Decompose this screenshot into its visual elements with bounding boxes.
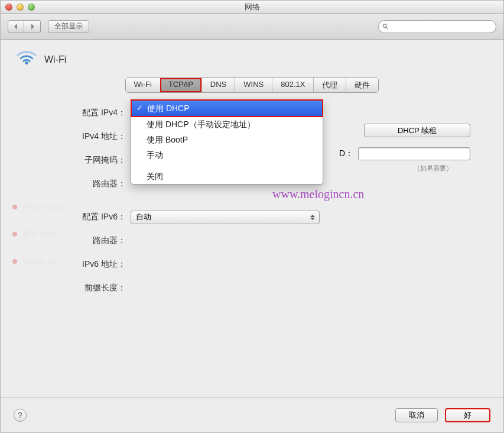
tab-proxy[interactable]: 代理 bbox=[313, 78, 346, 92]
nav-segment bbox=[8, 20, 41, 33]
show-all-label: 全部显示 bbox=[54, 21, 83, 31]
toolbar: 全部显示 bbox=[1, 14, 503, 40]
dhcp-client-id-hint: （如果需要） bbox=[414, 164, 453, 173]
forward-button[interactable] bbox=[24, 20, 41, 33]
tab-wifi[interactable]: Wi-Fi bbox=[126, 78, 160, 92]
ipv4-option-manual[interactable]: 手动 bbox=[131, 147, 323, 163]
help-icon: ? bbox=[18, 411, 22, 420]
window-title: 网络 bbox=[1, 2, 503, 12]
show-all-button[interactable]: 全部显示 bbox=[48, 20, 89, 33]
ipv4-option-use-dhcp-manual[interactable]: 使用 DHCP（手动设定地址） bbox=[131, 117, 323, 132]
dhcp-client-id-row: D： bbox=[339, 147, 470, 160]
tab-dns[interactable]: DNS bbox=[201, 78, 235, 92]
ok-button[interactable]: 好 bbox=[445, 408, 490, 422]
dhcp-client-id-label: D： bbox=[339, 148, 353, 159]
chevron-left-icon bbox=[13, 24, 19, 30]
tab-wins[interactable]: WINS bbox=[235, 78, 272, 92]
tab-hardware[interactable]: 硬件 bbox=[346, 78, 378, 92]
search-input[interactable] bbox=[391, 22, 492, 31]
ipv4-option-use-bootp[interactable]: 使用 BootP bbox=[131, 132, 323, 147]
dhcp-renew-button[interactable]: DHCP 续租 bbox=[364, 124, 470, 137]
label-subnet-mask: 子网掩码： bbox=[18, 155, 131, 166]
configure-ipv4-menu[interactable]: 使用 DHCP 使用 DHCP（手动设定地址） 使用 BootP 手动 关闭 bbox=[131, 99, 323, 185]
tab-tcpip[interactable]: TCP/IP bbox=[160, 78, 201, 92]
ok-label: 好 bbox=[464, 410, 472, 421]
help-button[interactable]: ? bbox=[14, 409, 27, 422]
dialog-button-bar: ? 取消 好 bbox=[1, 397, 503, 432]
search-field[interactable] bbox=[378, 20, 496, 33]
panel-title: Wi-Fi bbox=[44, 54, 66, 65]
svg-line-1 bbox=[386, 27, 388, 28]
label-configure-ipv4: 配置 IPv4： bbox=[18, 108, 131, 118]
chevron-updown-icon bbox=[308, 213, 317, 222]
svg-point-0 bbox=[383, 24, 386, 27]
label-ipv4-address: IPv4 地址： bbox=[18, 131, 131, 142]
dhcp-client-id-input[interactable] bbox=[358, 147, 470, 160]
chevron-right-icon bbox=[30, 24, 35, 30]
ipv4-option-off[interactable]: 关闭 bbox=[131, 169, 323, 184]
cancel-label: 取消 bbox=[409, 410, 424, 421]
search-icon bbox=[382, 23, 389, 30]
ipv4-option-use-dhcp[interactable]: 使用 DHCP bbox=[131, 99, 323, 117]
back-button[interactable] bbox=[8, 20, 24, 33]
configure-ipv6-select[interactable]: 自动 bbox=[131, 211, 320, 224]
label-prefix-length: 前缀长度： bbox=[18, 283, 131, 293]
background-ghost: iPhone USB 蓝牙 PAN Thund...olt bbox=[12, 193, 131, 275]
tab-bar: Wi-Fi TCP/IP DNS WINS 802.1X 代理 硬件 bbox=[1, 77, 503, 93]
wifi-icon bbox=[16, 50, 37, 69]
label-router-v4: 路由器： bbox=[18, 179, 131, 189]
tcpip-form: iPhone USB 蓝牙 PAN Thund...olt DHCP 续租 D：… bbox=[1, 93, 503, 300]
configure-ipv6-value: 自动 bbox=[136, 212, 151, 222]
panel-header: Wi-Fi bbox=[1, 40, 503, 75]
dhcp-renew-label: DHCP 续租 bbox=[398, 125, 437, 136]
title-bar: 网络 bbox=[1, 1, 503, 14]
cancel-button[interactable]: 取消 bbox=[395, 408, 438, 422]
tab-8021x[interactable]: 802.1X bbox=[272, 78, 313, 92]
preferences-window: 网络 全部显示 Wi-Fi Wi-Fi TCP/IP bbox=[0, 0, 504, 433]
